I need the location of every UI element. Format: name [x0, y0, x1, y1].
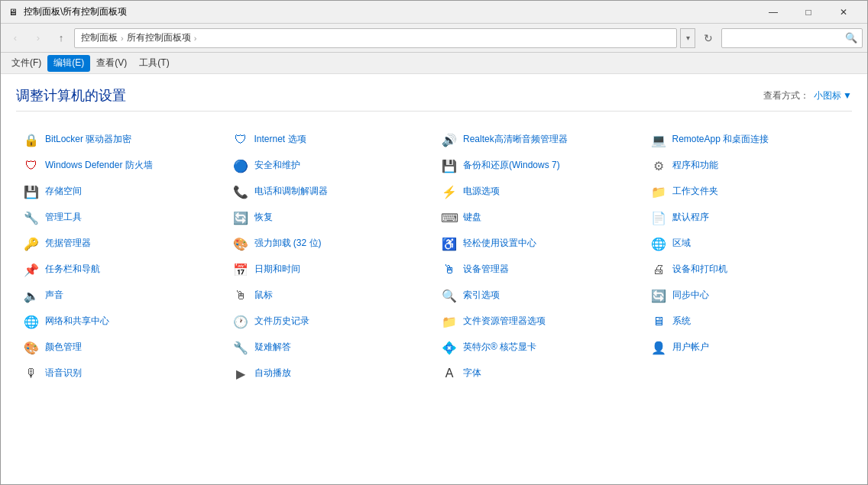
item-label-38: 字体	[463, 367, 481, 380]
item-15[interactable]: 📄默认程序	[643, 205, 853, 231]
item-icon-28: 🌐	[22, 312, 40, 331]
item-19[interactable]: 🌐区域	[643, 231, 853, 257]
view-current-button[interactable]: 小图标 ▼	[814, 89, 852, 102]
item-icon-27: 🔄	[649, 286, 668, 305]
item-21[interactable]: 📅日期和时间	[225, 257, 435, 283]
item-icon-31: 🖥	[649, 312, 668, 331]
item-label-12: 管理工具	[45, 212, 82, 224]
item-23[interactable]: 🖨设备和打印机	[643, 257, 853, 283]
item-31[interactable]: 🖥系统	[643, 309, 853, 335]
item-label-21: 日期和时间	[254, 264, 300, 276]
item-label-16: 凭据管理器	[45, 238, 91, 250]
item-24[interactable]: 🔈声音	[16, 283, 225, 309]
item-27[interactable]: 🔄同步中心	[643, 283, 853, 309]
item-12[interactable]: 🔧管理工具	[16, 205, 225, 231]
item-7[interactable]: ⚙程序和功能	[643, 153, 853, 179]
item-label-9: 电话和调制解调器	[254, 186, 328, 198]
item-37[interactable]: ▶自动播放	[225, 361, 435, 386]
item-label-31: 系统	[672, 315, 691, 328]
item-icon-37: ▶	[232, 364, 250, 383]
item-label-23: 设备和打印机	[672, 264, 727, 276]
page-header: 调整计算机的设置 查看方式： 小图标 ▼	[16, 86, 852, 112]
item-label-6: 备份和还原(Windows 7)	[463, 160, 560, 172]
item-25[interactable]: 🖱鼠标	[225, 283, 435, 309]
item-4[interactable]: 🛡Windows Defender 防火墙	[16, 153, 225, 179]
item-32[interactable]: 🎨颜色管理	[16, 335, 225, 361]
item-35[interactable]: 👤用户帐户	[643, 335, 853, 361]
item-icon-26: 🔍	[440, 286, 458, 305]
maximize-button[interactable]: □	[791, 1, 826, 24]
item-10[interactable]: ⚡电源选项	[434, 179, 643, 205]
item-28[interactable]: 🌐网络和共享中心	[16, 309, 225, 335]
item-3[interactable]: 💻RemoteApp 和桌面连接	[643, 127, 853, 153]
item-label-37: 自动播放	[254, 367, 291, 380]
item-33[interactable]: 🔧疑难解答	[225, 335, 435, 361]
item-icon-13: 🔄	[232, 209, 250, 227]
item-icon-30: 📁	[440, 312, 458, 331]
search-icon: 🔍	[845, 32, 857, 44]
minimize-button[interactable]: —	[756, 1, 791, 24]
item-13[interactable]: 🔄恢复	[225, 205, 435, 231]
breadcrumb-allitems: 所有控制面板项	[127, 31, 191, 44]
item-icon-5: 🔵	[232, 157, 250, 175]
item-29[interactable]: 🕐文件历史记录	[225, 309, 435, 335]
item-2[interactable]: 🔊Realtek高清晰音频管理器	[434, 127, 643, 153]
menu-file[interactable]: 文件(F)	[5, 55, 47, 72]
view-label: 查看方式：	[763, 89, 809, 102]
search-input[interactable]	[727, 33, 845, 44]
item-label-10: 电源选项	[463, 186, 500, 198]
item-label-26: 索引选项	[463, 289, 500, 302]
item-icon-12: 🔧	[22, 209, 40, 227]
item-26[interactable]: 🔍索引选项	[434, 283, 643, 309]
item-6[interactable]: 💾备份和还原(Windows 7)	[434, 153, 643, 179]
item-5[interactable]: 🔵安全和维护	[225, 153, 435, 179]
item-icon-8: 💾	[22, 183, 40, 201]
item-8[interactable]: 💾存储空间	[16, 179, 225, 205]
item-16[interactable]: 🔑凭据管理器	[16, 231, 225, 257]
close-button[interactable]: ✕	[826, 1, 861, 24]
item-20[interactable]: 📌任务栏和导航	[16, 257, 225, 283]
item-0[interactable]: 🔒BitLocker 驱动器加密	[16, 127, 225, 153]
main-content: 调整计算机的设置 查看方式： 小图标 ▼ 🔒BitLocker 驱动器加密🛡In…	[1, 74, 867, 485]
item-icon-21: 📅	[232, 260, 250, 279]
breadcrumb-controlpanel: 控制面板	[81, 31, 118, 44]
item-11[interactable]: 📁工作文件夹	[643, 179, 853, 205]
item-38[interactable]: A字体	[434, 361, 643, 386]
item-14[interactable]: ⌨键盘	[434, 205, 643, 231]
refresh-button[interactable]: ↻	[698, 28, 718, 48]
menu-view[interactable]: 查看(V)	[90, 55, 133, 72]
item-label-3: RemoteApp 和桌面连接	[672, 134, 769, 146]
item-label-13: 恢复	[254, 212, 273, 224]
item-36[interactable]: 🎙语音识别	[16, 361, 225, 386]
item-30[interactable]: 📁文件资源管理器选项	[434, 309, 643, 335]
forward-button[interactable]: ›	[28, 28, 48, 48]
item-icon-23: 🖨	[649, 260, 668, 279]
item-icon-35: 👤	[649, 338, 668, 357]
address-dropdown-button[interactable]: ▾	[680, 28, 695, 48]
item-label-20: 任务栏和导航	[45, 264, 100, 276]
item-label-27: 同步中心	[672, 289, 709, 302]
view-current-label: 小图标	[814, 89, 841, 102]
back-button[interactable]: ‹	[5, 28, 25, 48]
view-dropdown-icon: ▼	[843, 90, 852, 101]
breadcrumb: 控制面板 › 所有控制面板项 ›	[81, 31, 196, 44]
item-34[interactable]: 💠英特尔® 核芯显卡	[434, 335, 643, 361]
item-17[interactable]: 🎨强力卸载 (32 位)	[225, 231, 435, 257]
item-label-2: Realtek高清晰音频管理器	[463, 134, 568, 146]
item-18[interactable]: ♿轻松使用设置中心	[434, 231, 643, 257]
menu-edit[interactable]: 编辑(E)	[47, 55, 90, 72]
item-label-19: 区域	[672, 238, 691, 250]
address-field[interactable]: 控制面板 › 所有控制面板项 ›	[74, 28, 677, 48]
item-label-22: 设备管理器	[463, 264, 509, 276]
item-icon-2: 🔊	[440, 131, 458, 149]
item-22[interactable]: 🖱设备管理器	[434, 257, 643, 283]
search-box[interactable]: 🔍	[721, 28, 863, 48]
item-icon-16: 🔑	[22, 234, 40, 253]
item-1[interactable]: 🛡Internet 选项	[225, 127, 435, 153]
menubar: 文件(F) 编辑(E) 查看(V) 工具(T)	[1, 53, 867, 74]
item-9[interactable]: 📞电话和调制解调器	[225, 179, 435, 205]
item-label-33: 疑难解答	[254, 341, 291, 354]
item-icon-14: ⌨	[440, 209, 458, 227]
menu-tools[interactable]: 工具(T)	[133, 55, 175, 72]
up-button[interactable]: ↑	[51, 28, 71, 48]
